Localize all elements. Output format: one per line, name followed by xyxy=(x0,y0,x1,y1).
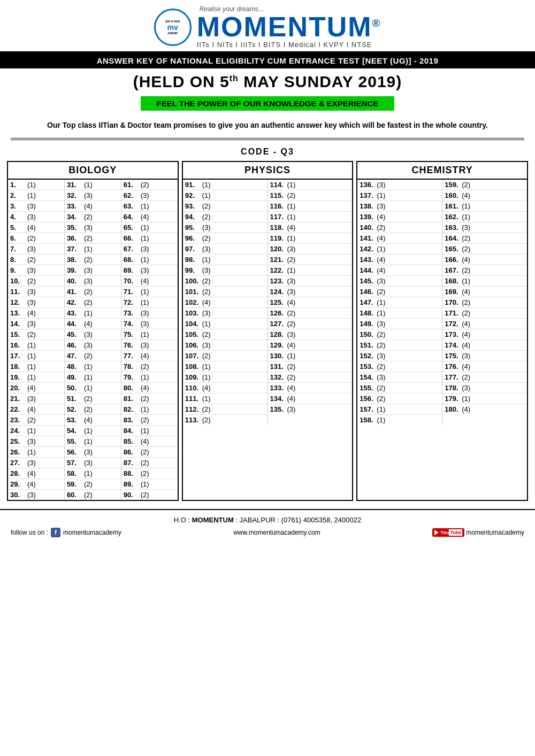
q-answer: (2) xyxy=(462,309,477,317)
q-number: 180. xyxy=(445,405,462,413)
answer-row: 5.(4) xyxy=(8,222,64,233)
q-answer: (4) xyxy=(287,384,302,392)
q-answer: (3) xyxy=(377,181,392,189)
q-number: 68. xyxy=(124,256,141,264)
q-number: 99. xyxy=(185,266,202,274)
answer-row: 98.(1) xyxy=(183,254,268,265)
q-answer: (2) xyxy=(287,362,302,371)
answer-row: 150.(2) xyxy=(357,329,442,340)
q-number: 66. xyxy=(124,234,141,242)
answer-row: 80.(4) xyxy=(121,383,178,394)
answer-row: 12.(3) xyxy=(8,297,64,308)
q-number: 163. xyxy=(445,223,462,232)
q-answer: (2) xyxy=(27,277,42,285)
q-number: 3. xyxy=(10,202,27,210)
momentum-brand: MOMENTUM® xyxy=(197,13,381,41)
q-number: 156. xyxy=(360,395,377,403)
promise-text: Our Top class IITian & Doctor team promi… xyxy=(0,118,535,134)
answer-row: 30.(3) xyxy=(8,490,64,500)
q-number: 124. xyxy=(270,288,287,296)
biology-col2: 31.(1)32.(3)33.(4)34.(2)35.(3)36.(2)37.(… xyxy=(65,180,121,500)
q-number: 93. xyxy=(185,202,202,210)
answer-row: 31.(1) xyxy=(65,180,121,190)
q-number: 103. xyxy=(185,309,202,317)
answer-row: 92.(1) xyxy=(183,190,268,201)
answer-row: 143.(4) xyxy=(357,254,442,265)
answer-row: 174.(4) xyxy=(442,340,527,351)
q-answer: (3) xyxy=(377,373,392,381)
answer-row: 124.(3) xyxy=(268,287,353,297)
answer-row: 72.(1) xyxy=(121,297,178,308)
q-answer: (2) xyxy=(462,266,477,274)
q-answer: (2) xyxy=(141,181,156,189)
answer-row: 16.(1) xyxy=(8,340,64,351)
answer-row: 122.(1) xyxy=(268,265,353,276)
q-answer: (2) xyxy=(84,256,99,264)
answer-row: 132.(2) xyxy=(268,372,353,383)
answer-row: 33.(4) xyxy=(65,201,121,212)
q-answer: (1) xyxy=(84,309,99,317)
q-answer: (3) xyxy=(27,491,42,499)
q-number: 96. xyxy=(185,234,202,242)
answer-row: 127.(2) xyxy=(268,319,353,329)
q-answer: (4) xyxy=(287,223,302,232)
q-number: 12. xyxy=(10,298,27,306)
footer-line2: follow us on : f momentumacademy www.mom… xyxy=(5,526,530,539)
q-number: 157. xyxy=(360,405,377,413)
q-number: 104. xyxy=(185,320,202,328)
answer-row: 61.(2) xyxy=(121,180,178,190)
q-answer: (2) xyxy=(141,362,156,371)
answer-row: 45.(3) xyxy=(65,329,121,340)
answer-row: 83.(2) xyxy=(121,415,178,426)
q-answer: (4) xyxy=(462,256,477,264)
q-number: 90. xyxy=(124,491,141,499)
answer-row: 11.(3) xyxy=(8,287,64,297)
q-answer: (2) xyxy=(202,213,217,221)
page-wrapper: EN GYAN mv ANDIR Realise your dreams... … xyxy=(0,0,535,542)
q-number: 85. xyxy=(124,437,141,445)
iits-line: IITs I NITs I IIITs I BITS I Medical I K… xyxy=(197,41,372,49)
answer-row: 43.(1) xyxy=(65,308,121,319)
answer-row: 103.(3) xyxy=(183,308,268,319)
answer-row: 44.(4) xyxy=(65,319,121,329)
q-answer: (4) xyxy=(202,384,217,392)
q-answer: (2) xyxy=(462,234,477,242)
q-number: 72. xyxy=(124,298,141,306)
q-answer: (1) xyxy=(84,245,99,253)
q-answer: (1) xyxy=(462,395,477,403)
q-number: 165. xyxy=(445,245,462,253)
q-number: 82. xyxy=(124,405,141,413)
answer-row: 47.(2) xyxy=(65,351,121,361)
answer-row: 8.(2) xyxy=(8,254,64,265)
q-answer: (3) xyxy=(84,459,99,467)
q-number: 162. xyxy=(445,213,462,221)
q-answer: (3) xyxy=(84,266,99,274)
q-answer: (3) xyxy=(141,320,156,328)
q-number: 6. xyxy=(10,234,27,242)
q-number: 9. xyxy=(10,266,27,274)
q-number: 97. xyxy=(185,245,202,253)
answer-row: 37.(1) xyxy=(65,244,121,254)
answer-row: 158.(1) xyxy=(357,415,442,425)
q-number: 143. xyxy=(360,256,377,264)
q-answer: (3) xyxy=(141,191,156,199)
answer-row: 140.(2) xyxy=(357,222,442,233)
q-answer: (1) xyxy=(27,191,42,199)
q-number: 30. xyxy=(10,491,27,499)
q-number: 56. xyxy=(67,448,84,456)
answer-row: 90.(2) xyxy=(121,490,178,500)
q-answer: (4) xyxy=(141,277,156,285)
q-number: 140. xyxy=(360,223,377,232)
q-answer: (3) xyxy=(84,341,99,349)
answer-row: 52.(2) xyxy=(65,404,121,415)
q-answer: (1) xyxy=(377,245,392,253)
q-number: 115. xyxy=(270,191,287,199)
q-answer: (3) xyxy=(377,202,392,210)
q-number: 84. xyxy=(124,427,141,435)
q-answer: (3) xyxy=(84,277,99,285)
answer-row: 57.(3) xyxy=(65,458,121,468)
q-answer: (2) xyxy=(84,480,99,488)
q-number: 136. xyxy=(360,181,377,189)
q-number: 77. xyxy=(124,352,141,360)
logo-right: Realise your dreams... MOMENTUM® IITs I … xyxy=(197,5,381,49)
